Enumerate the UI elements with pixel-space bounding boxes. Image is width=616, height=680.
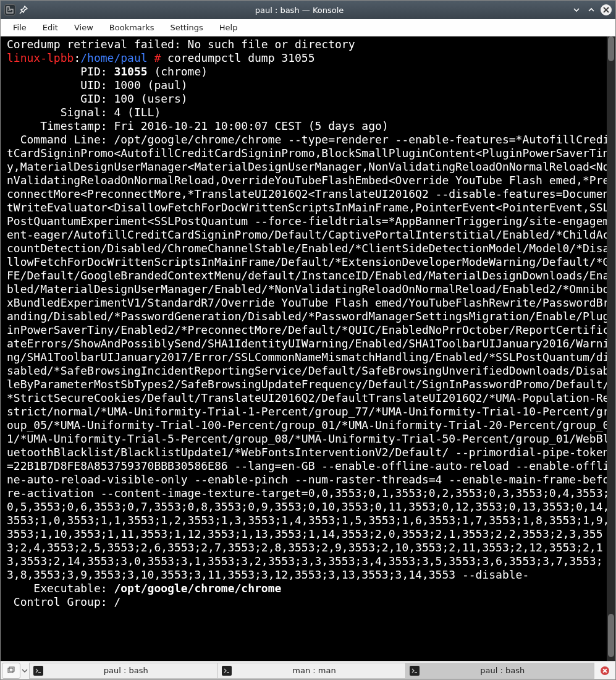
scrollbar-thumb-top[interactable] [608,36,614,61]
gid-value: 100 (users) [114,92,187,105]
maximize-button[interactable] [586,4,597,15]
new-tab-menu-arrow-icon[interactable] [22,663,29,679]
menu-view[interactable]: View [74,23,93,32]
new-tab-button[interactable] [2,663,20,679]
close-tab-button[interactable] [598,664,612,678]
tab-bar: paul : bash man : man paul : bash [1,661,615,679]
executable-label: Executable: [7,582,114,595]
svg-rect-1 [9,667,14,671]
pin-icon[interactable] [19,6,28,14]
uid-value: 1000 (paul) [114,79,187,91]
commandline-label: Command Line: [7,133,114,146]
terminal-output[interactable]: Coredump retrieval failed: No such file … [1,36,615,661]
scrollbar-track[interactable] [607,36,615,661]
terminal-icon [410,666,420,676]
app-menu-icon[interactable] [4,4,15,15]
svg-rect-0 [8,668,13,673]
command: coredumpctl dump 31055 [167,51,314,64]
timestamp-label: Timestamp: [7,119,114,132]
tab-0[interactable]: paul : bash [29,663,218,679]
uid-label: UID: [7,79,114,91]
terminal-icon [222,666,232,676]
timestamp-value: Fri 2016-10-21 10:00:07 CEST (5 days ago… [114,119,388,132]
executable-value: /opt/google/chrome/chrome [114,582,281,595]
menu-file[interactable]: File [13,23,27,32]
close-window-button[interactable] [601,4,612,15]
controlgroup-value: / [114,595,120,608]
scrollbar-thumb-bottom[interactable] [608,614,614,657]
prompt-cwd: /home/paul [80,51,147,64]
tab-1[interactable]: man : man [218,663,407,679]
controlgroup-label: Control Group: [7,595,114,608]
terminal-icon [33,666,43,676]
signal-value: 4 (ILL) [114,106,161,119]
window-title: paul : bash — Konsole [32,6,567,15]
pid-value: 31055 [114,65,147,78]
tab-label: man : man [238,666,406,675]
prompt-host: linux-lpbb [7,51,74,64]
error-line: Coredump retrieval failed: No such file … [7,38,355,51]
menu-bookmarks[interactable]: Bookmarks [109,23,154,32]
window-titlebar: paul : bash — Konsole [1,1,615,19]
tab-label: paul : bash [426,666,594,675]
gid-label: GID: [7,92,114,105]
menu-settings[interactable]: Settings [170,23,203,32]
tab-label: paul : bash [49,666,217,675]
menu-help[interactable]: Help [219,23,238,32]
close-icon [601,666,609,675]
signal-label: Signal: [7,106,114,119]
tab-2[interactable]: paul : bash [406,663,594,679]
menu-edit[interactable]: Edit [43,23,58,32]
pid-label: PID: [7,65,114,78]
menubar: File Edit View Bookmarks Settings Help [1,19,615,36]
minimize-button[interactable] [571,4,582,15]
commandline-value: /opt/google/chrome/chrome --type=rendere… [7,133,609,581]
